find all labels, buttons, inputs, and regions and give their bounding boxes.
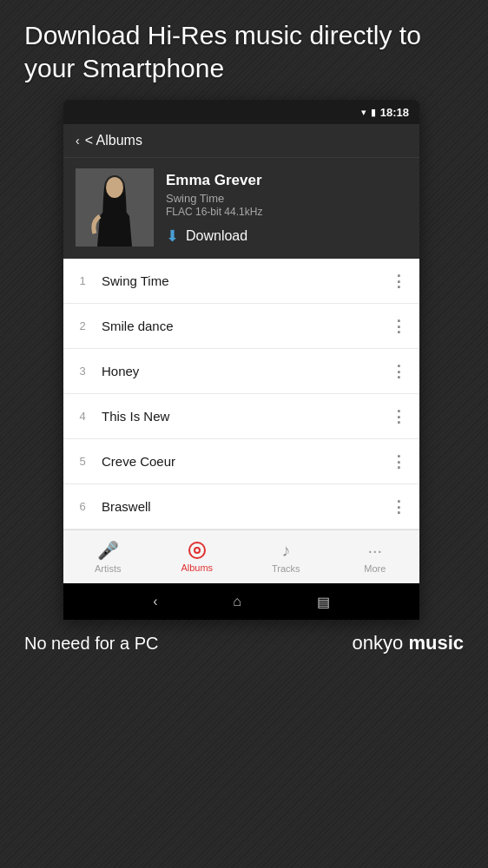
track-more-icon[interactable]: ⋮ [391,362,407,381]
track-title: Swing Time [102,273,379,288]
svg-point-3 [189,542,205,558]
track-title: Braswell [102,499,379,514]
track-number: 4 [76,410,89,423]
track-title: Smile dance [102,319,379,333]
track-title: Creve Coeur [102,454,379,469]
track-number: 1 [76,274,89,287]
status-bar: ▾ ▮ 18:18 [63,100,419,124]
android-back-btn[interactable]: ‹ [153,594,157,609]
battery-icon: ▮ [371,107,376,118]
album-info-section: Emma Grever Swing Time FLAC 16-bit 44.1k… [63,157,419,259]
back-button[interactable]: ‹ [76,134,80,148]
download-button[interactable]: ⬇ Download [166,227,247,246]
nav-tracks[interactable]: ♪ Tracks [241,530,331,583]
track-title: Honey [102,364,379,378]
album-name: Swing Time [166,192,407,205]
hero-section: Download Hi-Res music directly to your S… [0,0,488,100]
app-header: ‹ < Albums [63,124,419,157]
footer-tagline: No need for a PC [24,634,159,654]
nav-albums[interactable]: Albums [153,530,242,583]
track-more-icon[interactable]: ⋮ [391,272,407,291]
track-number: 3 [76,365,89,378]
download-label: Download [186,228,247,244]
track-list: 1 Swing Time ⋮ 2 Smile dance ⋮ 3 Honey ⋮… [63,259,419,529]
nav-artists[interactable]: 🎤 Artists [63,530,153,583]
track-number: 2 [76,319,89,332]
track-number: 6 [76,500,89,513]
phone-mockup: ▾ ▮ 18:18 ‹ < Albums Em [63,100,419,620]
artists-icon: 🎤 [97,540,119,561]
track-row[interactable]: 1 Swing Time ⋮ [63,259,419,304]
album-art [76,168,154,247]
brand-logo: onkyo music [353,632,464,654]
artist-name: Emma Grever [166,172,407,189]
tracks-icon: ♪ [281,541,290,561]
wifi-icon: ▾ [361,107,366,118]
track-more-icon[interactable]: ⋮ [391,317,407,336]
hero-title: Download Hi-Res music directly to your S… [24,19,464,84]
track-row[interactable]: 6 Braswell ⋮ [63,484,419,529]
audio-quality: FLAC 16-bit 44.1kHz [166,206,407,218]
track-more-icon[interactable]: ⋮ [391,452,407,471]
svg-point-2 [106,177,123,198]
album-details: Emma Grever Swing Time FLAC 16-bit 44.1k… [166,168,407,246]
more-icon: ··· [367,541,382,561]
nav-more-label: More [364,563,386,574]
bottom-nav: 🎤 Artists Albums ♪ Tracks ··· More [63,529,419,583]
track-number: 5 [76,455,89,468]
track-more-icon[interactable]: ⋮ [391,497,407,516]
footer-section: No need for a PC onkyo music [0,620,488,667]
albums-icon [188,541,207,560]
nav-more[interactable]: ··· More [331,530,420,583]
download-icon: ⬇ [166,227,179,246]
track-row[interactable]: 4 This Is New ⋮ [63,394,419,439]
track-row[interactable]: 3 Honey ⋮ [63,349,419,394]
app-header-title: < Albums [85,133,142,148]
status-time: 18:18 [380,106,409,119]
track-row[interactable]: 2 Smile dance ⋮ [63,304,419,349]
nav-tracks-label: Tracks [272,563,300,574]
android-nav-bar: ‹ ⌂ ▤ [63,583,419,620]
svg-point-4 [195,548,200,553]
nav-artists-label: Artists [95,563,122,574]
track-more-icon[interactable]: ⋮ [391,407,407,426]
android-recents-btn[interactable]: ▤ [317,594,330,610]
nav-albums-label: Albums [181,562,213,573]
track-row[interactable]: 5 Creve Coeur ⋮ [63,439,419,484]
android-home-btn[interactable]: ⌂ [233,594,241,609]
track-title: This Is New [102,409,379,424]
